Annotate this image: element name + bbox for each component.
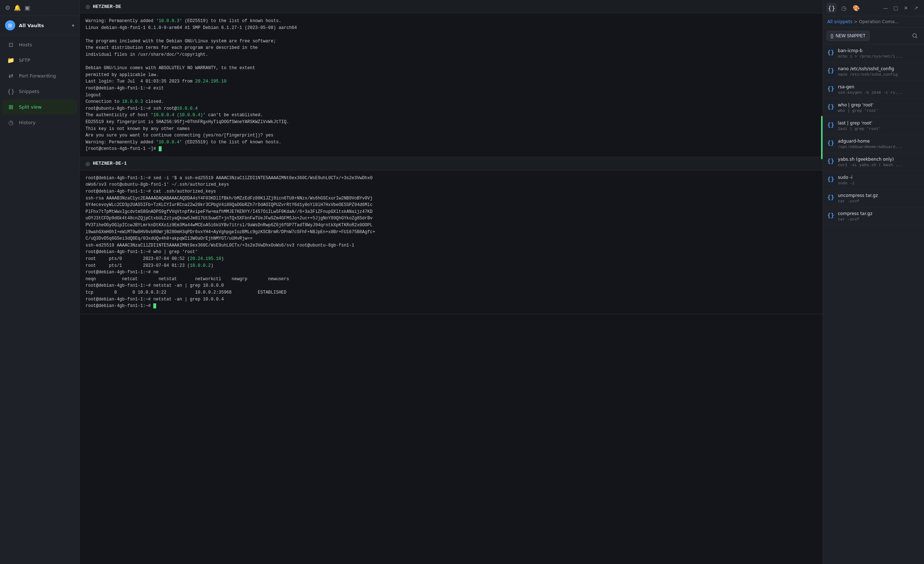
sidebar-item-port-forwarding[interactable]: ⇄ Port Forwarding (2, 69, 77, 83)
snippet-name: rsa-gen (838, 84, 920, 90)
breadcrumb-current: Operation Coma... (859, 19, 899, 24)
snippet-item-yabs-geekbench[interactable]: {} yabs.sh (geekbench only) curl -sL yab… (823, 153, 924, 171)
code-icon[interactable]: {} (826, 3, 837, 13)
snippet-item-sudo-i[interactable]: {} sudo -i sudo -i (823, 171, 924, 189)
snippet-item-adguard-home[interactable]: {} adguard-home /opt/AdGuardHome/AdGuard… (823, 135, 924, 153)
snippets-icon: {} (7, 88, 15, 95)
snippet-item-last-grep-root[interactable]: {} last | grep 'root' last | grep 'root' (823, 117, 924, 135)
terminal-title-hetzner-de-1: HETZNER-DE-1 (93, 161, 127, 166)
minimize-button[interactable]: — (881, 4, 890, 12)
snippet-item-ban-icmp-b[interactable]: {} ban-icmp-b echo 1 > /proc/sys/net/i..… (823, 45, 924, 63)
snippet-preview: last | grep 'root' (838, 127, 920, 131)
terminal-output-hetzner-de-1[interactable]: root@debian-4gb-fsn1-1:~# sed -i '$ a ss… (80, 171, 822, 314)
vault-name: All Vaults (19, 23, 68, 28)
snippet-item-who-grep-root[interactable]: {} who | grep 'root' who | grep 'root' (823, 99, 924, 117)
snippet-info: last | grep 'root' last | grep 'root' (838, 121, 920, 131)
snippet-braces-icon: {} (827, 139, 834, 146)
snippet-braces-icon: {} (827, 176, 834, 183)
snippet-braces-icon: {} (827, 67, 834, 74)
new-snippet-button[interactable]: {} NEW SNIPPET (826, 31, 870, 41)
snippet-preview: nano /etc/ssh/sshd_config (838, 72, 920, 77)
sidebar-item-sftp-label: SFTP (19, 58, 30, 63)
terminal-output-hetzner-de[interactable]: Warning: Permanently added '10.0.0.3' (E… (80, 13, 822, 157)
sidebar-item-split-view-label: Split view (19, 104, 42, 110)
snippet-info: yabs.sh (geekbench only) curl -sL yabs.s… (838, 157, 920, 167)
terminal-header-icon-2: ◎ (86, 161, 90, 166)
terminal-header-hetzner-de: ◎ HETZNER-DE (80, 0, 822, 13)
snippet-preview: /opt/AdGuardHome/AdGuard... (838, 145, 920, 149)
snippet-braces-icon: {} (827, 103, 834, 110)
external-link-icon[interactable]: ↗ (912, 4, 920, 12)
snippet-name: compress tar.gz (838, 211, 920, 216)
terminal-icon[interactable]: ▣ (25, 4, 30, 11)
snippet-search-button[interactable] (909, 30, 920, 41)
sidebar-item-sftp[interactable]: 📁 SFTP (2, 53, 77, 68)
split-view-icon: ⊞ (7, 103, 15, 111)
snippet-info: sudo -i sudo -i (838, 175, 920, 186)
snippet-preview: ssh-keygen -b 2048 -t rs... (838, 90, 920, 95)
snippet-item-nano-sshd[interactable]: {} nano /etc/ssh/sshd_config nano /etc/s… (823, 63, 924, 81)
snippet-name: sudo -i (838, 175, 920, 180)
snippet-item-uncompress-tar[interactable]: {} uncompress tar.gz tar -zxvf (823, 189, 924, 208)
window-controls: — □ ✕ ↗ (881, 4, 920, 12)
snippet-braces-icon: {} (827, 49, 834, 56)
snippet-name: last | grep 'root' (838, 121, 920, 126)
port-forwarding-icon: ⇄ (7, 72, 15, 79)
sidebar-header: ⚙ 🔔 ▣ (0, 0, 80, 16)
clock-icon[interactable]: ◷ (839, 3, 849, 13)
sftp-icon: 📁 (7, 57, 15, 64)
snippet-preview: tar -zcvf (838, 217, 920, 221)
bell-icon[interactable]: 🔔 (14, 4, 21, 11)
sidebar-item-split-view[interactable]: ⊞ Split view (2, 100, 77, 114)
sidebar-item-history-label: History (19, 120, 36, 125)
gear-icon[interactable]: ⚙ (5, 4, 10, 11)
snippet-name: who | grep 'root' (838, 102, 920, 108)
sidebar-item-snippets-label: Snippets (19, 89, 39, 94)
snippet-info: ban-icmp-b echo 1 > /proc/sys/net/i... (838, 48, 920, 58)
snippet-name: uncompress tar.gz (838, 193, 920, 198)
sidebar-item-history[interactable]: ◷ History (2, 115, 77, 130)
snippet-braces-icon: {} (827, 194, 834, 200)
snippets-actions: {} NEW SNIPPET (823, 27, 924, 45)
snippets-list: {} ban-icmp-b echo 1 > /proc/sys/net/i..… (823, 45, 924, 564)
new-snippet-label: NEW SNIPPET (836, 33, 866, 38)
snippet-info: uncompress tar.gz tar -zxvf (838, 193, 920, 203)
snippet-preview: tar -zxvf (838, 199, 920, 203)
breadcrumb: All snippets > Operation Coma... (823, 16, 924, 27)
sidebar-item-snippets[interactable]: {} Snippets (2, 84, 77, 99)
sidebar-header-icons: ⚙ 🔔 ▣ (5, 4, 30, 11)
snippets-top-bar: {} ◷ 🎨 — □ ✕ ↗ (823, 0, 924, 16)
snippet-preview: echo 1 > /proc/sys/net/i... (838, 54, 920, 58)
maximize-button[interactable]: □ (891, 4, 900, 12)
close-button[interactable]: ✕ (902, 4, 910, 12)
snippet-item-compress-tar[interactable]: {} compress tar.gz tar -zcvf (823, 208, 924, 226)
breadcrumb-separator: > (854, 19, 857, 24)
breadcrumb-all-snippets[interactable]: All snippets (827, 19, 852, 24)
snippet-preview: who | grep 'root' (838, 109, 920, 113)
snippet-info: nano /etc/ssh/sshd_config nano /etc/ssh/… (838, 66, 920, 77)
sidebar: ⚙ 🔔 ▣ ⊞ All Vaults ▾ ⊡ Hosts 📁 SFTP ⇄ Po… (0, 0, 80, 564)
snippet-info: rsa-gen ssh-keygen -b 2048 -t rs... (838, 84, 920, 95)
snippet-name: ban-icmp-b (838, 48, 920, 53)
snippet-braces-icon: {} (827, 121, 834, 128)
snippet-info: who | grep 'root' who | grep 'root' (838, 102, 920, 113)
vault-selector[interactable]: ⊞ All Vaults ▾ (0, 16, 80, 35)
snippet-item-rsa-gen[interactable]: {} rsa-gen ssh-keygen -b 2048 -t rs... (823, 81, 924, 99)
snippet-name: yabs.sh (geekbench only) (838, 157, 920, 162)
chevron-down-icon: ▾ (72, 23, 74, 28)
sidebar-item-hosts[interactable]: ⊡ Hosts (2, 37, 77, 52)
terminal-header-hetzner-de-1: ◎ HETZNER-DE-1 (80, 157, 822, 171)
sidebar-item-port-forwarding-label: Port Forwarding (19, 73, 56, 79)
snippets-toolbar-icons: {} ◷ 🎨 (826, 3, 861, 13)
palette-icon[interactable]: 🎨 (851, 3, 861, 13)
terminal-section-hetzner-de-1: ◎ HETZNER-DE-1 root@debian-4gb-fsn1-1:~#… (80, 157, 822, 314)
snippet-braces-icon: {} (827, 85, 834, 92)
snippet-name: adguard-home (838, 139, 920, 144)
terminal-area[interactable]: ◎ HETZNER-DE Warning: Permanently added … (80, 0, 822, 564)
snippet-preview: curl -sL yabs.sh | bash ... (838, 163, 920, 167)
history-icon: ◷ (7, 119, 15, 126)
svg-line-1 (916, 37, 917, 38)
new-snippet-braces-icon: {} (831, 33, 833, 38)
sidebar-item-hosts-label: Hosts (19, 42, 32, 48)
terminal-section-hetzner-de: ◎ HETZNER-DE Warning: Permanently added … (80, 0, 822, 157)
